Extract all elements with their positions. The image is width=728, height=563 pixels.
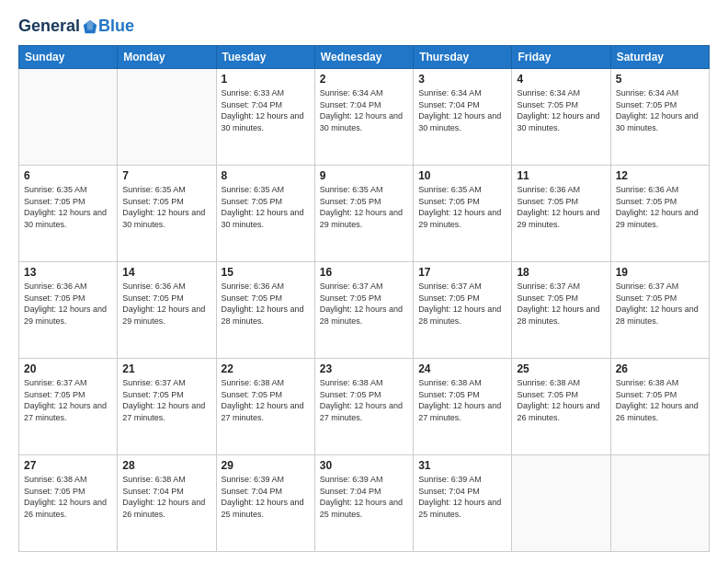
page: General Blue SundayMondayTuesdayWednesda… bbox=[0, 0, 728, 563]
day-number: 29 bbox=[222, 459, 310, 472]
day-info: Sunrise: 6:34 AM Sunset: 7:04 PM Dayligh… bbox=[418, 87, 506, 133]
calendar-day-cell: 4Sunrise: 6:34 AM Sunset: 7:05 PM Daylig… bbox=[512, 69, 610, 166]
day-info: Sunrise: 6:36 AM Sunset: 7:05 PM Dayligh… bbox=[24, 281, 112, 327]
calendar-day-cell bbox=[512, 455, 610, 552]
calendar-header-cell: Wednesday bbox=[314, 46, 413, 69]
day-info: Sunrise: 6:33 AM Sunset: 7:04 PM Dayligh… bbox=[222, 87, 310, 133]
day-number: 3 bbox=[418, 73, 506, 86]
day-number: 1 bbox=[222, 73, 310, 86]
header: General Blue bbox=[18, 17, 710, 36]
calendar-day-cell: 20Sunrise: 6:37 AM Sunset: 7:05 PM Dayli… bbox=[19, 359, 118, 455]
calendar-day-cell: 8Sunrise: 6:35 AM Sunset: 7:05 PM Daylig… bbox=[216, 166, 314, 262]
day-info: Sunrise: 6:36 AM Sunset: 7:05 PM Dayligh… bbox=[517, 184, 605, 230]
day-number: 20 bbox=[24, 362, 112, 375]
calendar-header-cell: Friday bbox=[512, 46, 610, 69]
day-number: 15 bbox=[222, 266, 310, 279]
calendar-header-cell: Sunday bbox=[19, 46, 118, 69]
calendar-day-cell: 5Sunrise: 6:34 AM Sunset: 7:05 PM Daylig… bbox=[610, 69, 709, 166]
calendar-day-cell: 9Sunrise: 6:35 AM Sunset: 7:05 PM Daylig… bbox=[314, 166, 413, 262]
calendar-day-cell: 2Sunrise: 6:34 AM Sunset: 7:04 PM Daylig… bbox=[314, 69, 413, 166]
logo-icon bbox=[82, 18, 98, 35]
day-info: Sunrise: 6:35 AM Sunset: 7:05 PM Dayligh… bbox=[122, 184, 210, 230]
logo: General Blue bbox=[18, 17, 134, 36]
day-number: 28 bbox=[122, 459, 210, 472]
calendar-week-row: 1Sunrise: 6:33 AM Sunset: 7:04 PM Daylig… bbox=[19, 69, 710, 166]
day-info: Sunrise: 6:37 AM Sunset: 7:05 PM Dayligh… bbox=[122, 377, 210, 423]
day-info: Sunrise: 6:39 AM Sunset: 7:04 PM Dayligh… bbox=[418, 474, 506, 520]
calendar-day-cell: 18Sunrise: 6:37 AM Sunset: 7:05 PM Dayli… bbox=[512, 262, 610, 359]
calendar-day-cell: 27Sunrise: 6:38 AM Sunset: 7:05 PM Dayli… bbox=[19, 455, 118, 552]
day-number: 9 bbox=[320, 169, 408, 182]
calendar-day-cell: 23Sunrise: 6:38 AM Sunset: 7:05 PM Dayli… bbox=[314, 359, 413, 455]
day-number: 19 bbox=[616, 266, 704, 279]
calendar-day-cell: 1Sunrise: 6:33 AM Sunset: 7:04 PM Daylig… bbox=[216, 69, 314, 166]
calendar-day-cell: 14Sunrise: 6:36 AM Sunset: 7:05 PM Dayli… bbox=[118, 262, 216, 359]
day-info: Sunrise: 6:38 AM Sunset: 7:05 PM Dayligh… bbox=[517, 377, 605, 423]
calendar-day-cell: 13Sunrise: 6:36 AM Sunset: 7:05 PM Dayli… bbox=[19, 262, 118, 359]
calendar-day-cell: 15Sunrise: 6:36 AM Sunset: 7:05 PM Dayli… bbox=[216, 262, 314, 359]
calendar-day-cell: 24Sunrise: 6:38 AM Sunset: 7:05 PM Dayli… bbox=[414, 359, 512, 455]
calendar-header-cell: Tuesday bbox=[216, 46, 314, 69]
calendar-day-cell: 7Sunrise: 6:35 AM Sunset: 7:05 PM Daylig… bbox=[118, 166, 216, 262]
calendar-day-cell: 29Sunrise: 6:39 AM Sunset: 7:04 PM Dayli… bbox=[216, 455, 314, 552]
day-number: 18 bbox=[517, 266, 605, 279]
day-info: Sunrise: 6:37 AM Sunset: 7:05 PM Dayligh… bbox=[418, 281, 506, 327]
day-number: 27 bbox=[24, 459, 112, 472]
calendar-day-cell: 10Sunrise: 6:35 AM Sunset: 7:05 PM Dayli… bbox=[414, 166, 512, 262]
day-info: Sunrise: 6:38 AM Sunset: 7:04 PM Dayligh… bbox=[122, 474, 210, 520]
calendar-week-row: 20Sunrise: 6:37 AM Sunset: 7:05 PM Dayli… bbox=[19, 359, 710, 455]
day-info: Sunrise: 6:37 AM Sunset: 7:05 PM Dayligh… bbox=[24, 377, 112, 423]
day-info: Sunrise: 6:37 AM Sunset: 7:05 PM Dayligh… bbox=[517, 281, 605, 327]
day-number: 26 bbox=[616, 362, 704, 375]
day-number: 2 bbox=[320, 73, 408, 86]
calendar-header-row: SundayMondayTuesdayWednesdayThursdayFrid… bbox=[19, 46, 710, 69]
day-info: Sunrise: 6:35 AM Sunset: 7:05 PM Dayligh… bbox=[320, 184, 408, 230]
calendar-day-cell: 3Sunrise: 6:34 AM Sunset: 7:04 PM Daylig… bbox=[414, 69, 512, 166]
day-number: 31 bbox=[418, 459, 506, 472]
day-info: Sunrise: 6:35 AM Sunset: 7:05 PM Dayligh… bbox=[24, 184, 112, 230]
day-info: Sunrise: 6:35 AM Sunset: 7:05 PM Dayligh… bbox=[222, 184, 310, 230]
calendar-day-cell: 17Sunrise: 6:37 AM Sunset: 7:05 PM Dayli… bbox=[414, 262, 512, 359]
calendar-day-cell bbox=[118, 69, 216, 166]
calendar-header-cell: Saturday bbox=[610, 46, 709, 69]
day-number: 24 bbox=[418, 362, 506, 375]
day-number: 8 bbox=[222, 169, 310, 182]
day-info: Sunrise: 6:36 AM Sunset: 7:05 PM Dayligh… bbox=[616, 184, 704, 230]
day-number: 17 bbox=[418, 266, 506, 279]
calendar-day-cell: 21Sunrise: 6:37 AM Sunset: 7:05 PM Dayli… bbox=[118, 359, 216, 455]
day-number: 12 bbox=[616, 169, 704, 182]
calendar-day-cell: 30Sunrise: 6:39 AM Sunset: 7:04 PM Dayli… bbox=[314, 455, 413, 552]
calendar-day-cell bbox=[19, 69, 118, 166]
calendar-day-cell bbox=[610, 455, 709, 552]
calendar-day-cell: 12Sunrise: 6:36 AM Sunset: 7:05 PM Dayli… bbox=[610, 166, 709, 262]
day-number: 13 bbox=[24, 266, 112, 279]
day-number: 4 bbox=[517, 73, 605, 86]
day-info: Sunrise: 6:39 AM Sunset: 7:04 PM Dayligh… bbox=[222, 474, 310, 520]
day-info: Sunrise: 6:37 AM Sunset: 7:05 PM Dayligh… bbox=[616, 281, 704, 327]
day-number: 11 bbox=[517, 169, 605, 182]
day-number: 6 bbox=[24, 169, 112, 182]
day-number: 14 bbox=[122, 266, 210, 279]
calendar-header-cell: Monday bbox=[118, 46, 216, 69]
calendar-day-cell: 28Sunrise: 6:38 AM Sunset: 7:04 PM Dayli… bbox=[118, 455, 216, 552]
calendar-table: SundayMondayTuesdayWednesdayThursdayFrid… bbox=[18, 45, 710, 552]
calendar-day-cell: 25Sunrise: 6:38 AM Sunset: 7:05 PM Dayli… bbox=[512, 359, 610, 455]
calendar-header-cell: Thursday bbox=[414, 46, 512, 69]
day-info: Sunrise: 6:38 AM Sunset: 7:05 PM Dayligh… bbox=[222, 377, 310, 423]
day-number: 22 bbox=[222, 362, 310, 375]
day-info: Sunrise: 6:34 AM Sunset: 7:05 PM Dayligh… bbox=[616, 87, 704, 133]
day-info: Sunrise: 6:34 AM Sunset: 7:04 PM Dayligh… bbox=[320, 87, 408, 133]
calendar-day-cell: 11Sunrise: 6:36 AM Sunset: 7:05 PM Dayli… bbox=[512, 166, 610, 262]
calendar-day-cell: 31Sunrise: 6:39 AM Sunset: 7:04 PM Dayli… bbox=[414, 455, 512, 552]
day-number: 30 bbox=[320, 459, 408, 472]
calendar-day-cell: 16Sunrise: 6:37 AM Sunset: 7:05 PM Dayli… bbox=[314, 262, 413, 359]
day-info: Sunrise: 6:36 AM Sunset: 7:05 PM Dayligh… bbox=[122, 281, 210, 327]
logo-general-text: General bbox=[18, 17, 80, 36]
day-info: Sunrise: 6:39 AM Sunset: 7:04 PM Dayligh… bbox=[320, 474, 408, 520]
calendar-day-cell: 19Sunrise: 6:37 AM Sunset: 7:05 PM Dayli… bbox=[610, 262, 709, 359]
calendar-week-row: 6Sunrise: 6:35 AM Sunset: 7:05 PM Daylig… bbox=[19, 166, 710, 262]
day-number: 23 bbox=[320, 362, 408, 375]
day-info: Sunrise: 6:38 AM Sunset: 7:05 PM Dayligh… bbox=[418, 377, 506, 423]
day-number: 21 bbox=[122, 362, 210, 375]
day-number: 16 bbox=[320, 266, 408, 279]
